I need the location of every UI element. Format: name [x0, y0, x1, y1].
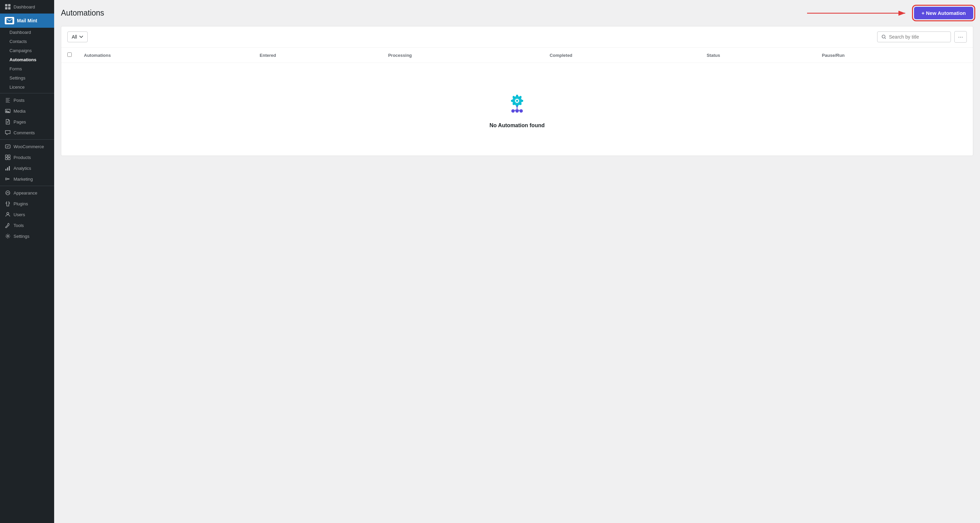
- search-box: [877, 32, 951, 42]
- mail-mint-icon: [5, 17, 14, 24]
- sidebar-item-plugins[interactable]: Plugins: [0, 198, 54, 209]
- col-automations: Automations: [78, 48, 253, 63]
- svg-rect-0: [5, 4, 8, 6]
- sidebar-item-woocommerce[interactable]: WooCommerce: [0, 141, 54, 152]
- svg-rect-9: [8, 155, 10, 157]
- col-completed: Completed: [544, 48, 700, 63]
- svg-rect-1: [8, 4, 11, 6]
- svg-point-16: [7, 213, 9, 215]
- dashboard-wp-icon: [5, 4, 11, 10]
- sidebar-item-analytics[interactable]: Analytics: [0, 163, 54, 173]
- new-automation-button[interactable]: + New Automation: [914, 7, 973, 19]
- dashboard-wp-label: Dashboard: [14, 5, 35, 10]
- empty-state-text: No Automation found: [490, 122, 545, 129]
- submenu-item-automations[interactable]: Automations: [0, 55, 54, 64]
- col-pause-run: Pause/Run: [816, 48, 973, 63]
- sidebar-item-appearance[interactable]: Appearance: [0, 188, 54, 198]
- comments-icon: [5, 130, 11, 136]
- search-icon: [881, 35, 886, 39]
- table-toolbar: All ···: [61, 26, 973, 48]
- sidebar-item-posts[interactable]: Posts: [0, 95, 54, 105]
- col-entered: Entered: [253, 48, 382, 63]
- filter-dropdown[interactable]: All: [67, 32, 88, 42]
- wp-top-section: Dashboard: [0, 0, 54, 14]
- sidebar-item-tools[interactable]: Tools: [0, 220, 54, 231]
- svg-rect-10: [5, 157, 8, 160]
- svg-rect-12: [5, 169, 6, 170]
- page-header: Automations + New Automation: [61, 7, 973, 19]
- svg-rect-14: [9, 166, 10, 170]
- svg-rect-2: [5, 7, 8, 10]
- products-icon: [5, 154, 11, 161]
- woocommerce-icon: [5, 143, 11, 149]
- submenu-item-licence[interactable]: Licence: [0, 83, 54, 92]
- automations-table-card: All ···: [61, 26, 973, 156]
- sidebar-divider-2: [0, 139, 54, 140]
- mail-mint-submenu: Dashboard Contacts Campaigns Automations…: [0, 28, 54, 92]
- table-header-row: Automations Entered Processing Completed…: [61, 48, 973, 63]
- svg-point-15: [6, 191, 10, 195]
- select-all-col: [61, 48, 78, 63]
- svg-point-17: [7, 235, 9, 237]
- empty-state: No Automation found: [61, 63, 973, 156]
- more-options-button[interactable]: ···: [954, 31, 967, 43]
- sidebar-item-users[interactable]: Users: [0, 209, 54, 220]
- col-status: Status: [700, 48, 816, 63]
- automations-table: Automations Entered Processing Completed…: [61, 48, 973, 63]
- svg-rect-25: [520, 100, 523, 102]
- svg-rect-13: [7, 167, 8, 170]
- svg-rect-22: [516, 95, 518, 97]
- sidebar-item-settings-wp[interactable]: Settings: [0, 231, 54, 242]
- chevron-down-icon: [79, 35, 83, 38]
- page-title: Automations: [61, 8, 104, 17]
- col-processing: Processing: [382, 48, 544, 63]
- select-all-checkbox[interactable]: [67, 52, 72, 57]
- users-icon: [5, 211, 11, 218]
- submenu-item-contacts[interactable]: Contacts: [0, 37, 54, 46]
- mail-mint-label: Mail Mint: [17, 18, 37, 23]
- annotation-arrow: [807, 8, 908, 18]
- analytics-icon: [5, 165, 11, 171]
- svg-rect-3: [8, 7, 11, 10]
- submenu-item-campaigns[interactable]: Campaigns: [0, 46, 54, 55]
- sidebar: Dashboard Mail Mint Dashboard Contacts C…: [0, 0, 54, 523]
- appearance-icon: [5, 190, 11, 196]
- wp-menu-section: Posts Media Pages Comments: [0, 95, 54, 242]
- filter-label: All: [72, 34, 77, 40]
- submenu-item-dashboard[interactable]: Dashboard: [0, 28, 54, 37]
- toolbar-right: ···: [877, 31, 967, 43]
- sidebar-item-comments[interactable]: Comments: [0, 127, 54, 138]
- svg-point-20: [882, 35, 885, 38]
- marketing-icon: [5, 176, 11, 182]
- tools-icon: [5, 222, 11, 228]
- header-right: + New Automation: [807, 7, 973, 19]
- plugins-icon: [5, 200, 11, 207]
- svg-rect-8: [5, 155, 8, 157]
- svg-rect-24: [511, 100, 514, 102]
- svg-rect-11: [8, 157, 10, 160]
- svg-rect-4: [6, 18, 13, 23]
- no-automation-icon: [504, 90, 531, 117]
- submenu-item-forms[interactable]: Forms: [0, 64, 54, 73]
- media-icon: [5, 108, 11, 114]
- table-header: Automations Entered Processing Completed…: [61, 48, 973, 63]
- main-content: Automations + New Automation: [54, 0, 980, 523]
- mail-mint-header[interactable]: Mail Mint: [0, 14, 54, 28]
- sidebar-item-products[interactable]: Products: [0, 152, 54, 163]
- sidebar-item-dashboard-wp[interactable]: Dashboard: [0, 2, 54, 12]
- pages-icon: [5, 119, 11, 125]
- search-input[interactable]: [889, 34, 947, 40]
- svg-point-31: [516, 100, 518, 102]
- sidebar-item-media[interactable]: Media: [0, 105, 54, 116]
- settings-wp-icon: [5, 233, 11, 239]
- content-area: Automations + New Automation: [54, 0, 980, 523]
- sidebar-divider-3: [0, 186, 54, 186]
- sidebar-item-pages[interactable]: Pages: [0, 116, 54, 127]
- submenu-item-settings[interactable]: Settings: [0, 73, 54, 83]
- sidebar-item-marketing[interactable]: Marketing: [0, 173, 54, 184]
- posts-icon: [5, 97, 11, 103]
